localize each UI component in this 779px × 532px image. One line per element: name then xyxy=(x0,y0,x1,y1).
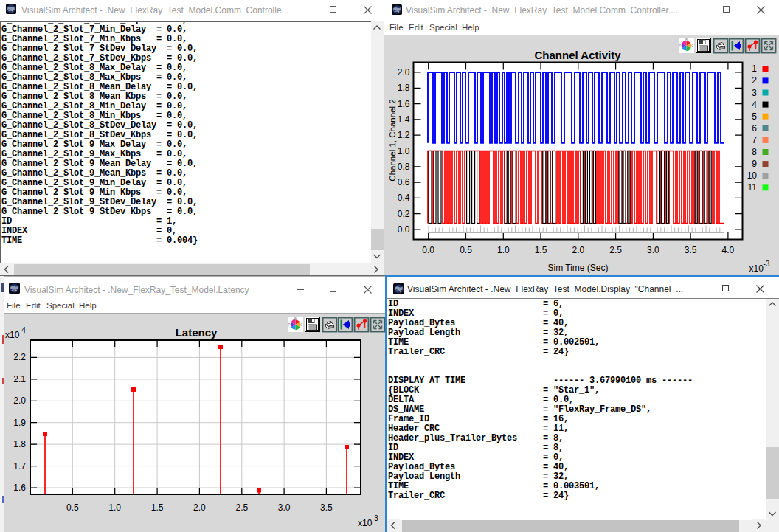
svg-text:1.0: 1.0 xyxy=(398,146,410,156)
svg-text:10: 10 xyxy=(747,170,758,181)
svg-text:1.8: 1.8 xyxy=(13,439,26,449)
svg-text:11: 11 xyxy=(748,182,758,193)
svg-text:3.5: 3.5 xyxy=(685,245,697,255)
svg-text:Sim Time (Sec): Sim Time (Sec) xyxy=(547,263,608,273)
svg-text:2.2: 2.2 xyxy=(13,352,26,362)
svg-text:Channel 1, Channel 2: Channel 1, Channel 2 xyxy=(388,99,397,181)
svg-text:1.9: 1.9 xyxy=(13,418,26,428)
svg-text:1.6: 1.6 xyxy=(398,99,410,109)
svg-text:2.0: 2.0 xyxy=(13,395,26,406)
svg-text:-3: -3 xyxy=(372,514,378,522)
svg-text:0.6: 0.6 xyxy=(398,177,410,187)
svg-text:3.0: 3.0 xyxy=(278,502,291,513)
svg-text:2.0: 2.0 xyxy=(193,502,206,513)
svg-text:1.7: 1.7 xyxy=(13,461,26,471)
svg-text:1.2: 1.2 xyxy=(398,130,410,140)
svg-text:x10: x10 xyxy=(749,263,764,274)
svg-text:1.5: 1.5 xyxy=(535,245,547,255)
svg-text:1.4: 1.4 xyxy=(398,114,410,125)
svg-text:8: 8 xyxy=(752,147,757,157)
svg-text:2: 2 xyxy=(752,75,757,86)
svg-text:P: P xyxy=(288,323,291,327)
svg-text:0.4: 0.4 xyxy=(398,193,410,203)
svg-text:2.5: 2.5 xyxy=(235,502,248,513)
svg-text:0.0: 0.0 xyxy=(398,224,410,235)
svg-text:3: 3 xyxy=(752,88,757,98)
svg-text:2.0: 2.0 xyxy=(572,245,584,255)
svg-text:4: 4 xyxy=(752,100,757,110)
svg-text:1: 1 xyxy=(752,63,757,74)
svg-text:B: B xyxy=(685,38,688,42)
svg-text:1.0: 1.0 xyxy=(497,245,510,255)
svg-text:1.5: 1.5 xyxy=(151,502,164,513)
svg-text:Channel Activity: Channel Activity xyxy=(535,49,622,61)
svg-text:3.0: 3.0 xyxy=(647,245,659,255)
svg-text:B: B xyxy=(294,317,297,321)
svg-text:5: 5 xyxy=(752,111,757,122)
svg-text:9: 9 xyxy=(752,159,757,169)
svg-text:1.8: 1.8 xyxy=(398,83,410,93)
svg-text:6: 6 xyxy=(752,123,757,134)
svg-text:2.0: 2.0 xyxy=(398,67,410,77)
svg-text:0.5: 0.5 xyxy=(66,502,79,513)
svg-text:2.5: 2.5 xyxy=(609,245,622,255)
svg-text:2.1: 2.1 xyxy=(13,374,26,384)
svg-text:x10: x10 xyxy=(5,330,20,340)
svg-text:1.6: 1.6 xyxy=(13,483,26,493)
svg-text:-4: -4 xyxy=(19,326,26,334)
svg-text:P: P xyxy=(679,44,682,48)
svg-text:0.5: 0.5 xyxy=(460,245,472,255)
svg-text:Latency: Latency xyxy=(176,326,218,339)
svg-text:x10: x10 xyxy=(358,518,373,528)
svg-text:0.8: 0.8 xyxy=(398,162,410,172)
svg-text:7: 7 xyxy=(752,135,757,145)
svg-text:-3: -3 xyxy=(764,260,770,268)
svg-text:0.2: 0.2 xyxy=(398,209,410,219)
svg-text:0.0: 0.0 xyxy=(422,245,434,255)
svg-text:1.0: 1.0 xyxy=(108,502,121,513)
svg-text:4.0: 4.0 xyxy=(722,245,735,255)
svg-text:3.5: 3.5 xyxy=(320,502,333,513)
